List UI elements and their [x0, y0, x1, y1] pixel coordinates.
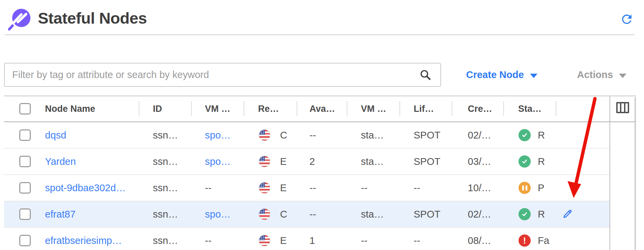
table-body: dqsdssn…spo…C--sta…SPOT02/…RYardenssn…sp…	[4, 122, 610, 250]
vm-cell: --	[205, 182, 211, 194]
created-cell: 02/…	[468, 130, 491, 141]
refresh-icon	[620, 12, 634, 26]
chevron-down-icon	[530, 74, 537, 78]
actions-label: Actions	[577, 69, 613, 80]
column-header[interactable]: Lif…	[414, 104, 434, 114]
table-row[interactable]: dqsdssn…spo…C--sta…SPOT02/…R	[4, 122, 610, 149]
region-cell: E	[280, 235, 286, 246]
id-cell: ssn…	[153, 130, 178, 141]
us-flag-icon	[259, 129, 270, 141]
availability-zone-cell: 2	[309, 156, 315, 167]
region-cell: E	[280, 182, 286, 194]
region-cell: E	[280, 156, 286, 167]
actions-button[interactable]: Actions	[577, 63, 626, 87]
header-divider	[5, 34, 635, 35]
availability-zone-cell: --	[309, 209, 316, 220]
column-separator	[556, 101, 556, 116]
column-separator	[452, 101, 452, 116]
id-cell: ssn…	[153, 209, 178, 220]
lifecycle-cell: --	[414, 182, 420, 194]
region-cell: C	[280, 130, 287, 141]
column-separator	[244, 101, 244, 116]
column-header[interactable]: ID	[153, 104, 162, 114]
vm-cell: --	[205, 235, 211, 246]
spot-logo-icon	[8, 6, 34, 30]
node-name-link[interactable]: efratbseriesimp…	[45, 235, 122, 246]
column-header[interactable]: Cre…	[468, 104, 492, 114]
us-flag-icon	[259, 208, 270, 220]
node-name-link[interactable]: Yarden	[45, 156, 76, 167]
column-header[interactable]: Node Name	[45, 104, 95, 114]
actions-column-divider	[610, 96, 610, 250]
row-checkbox[interactable]	[19, 156, 31, 167]
id-cell: ssn…	[153, 235, 178, 246]
lifecycle-cell: SPOT	[414, 130, 440, 141]
vm-cell[interactable]: spo…	[205, 156, 231, 167]
table-row[interactable]: spot-9dbae302d…ssn…--E------10/…P	[4, 175, 610, 201]
column-separator	[503, 101, 504, 116]
column-separator	[139, 101, 139, 116]
region-cell: C	[280, 209, 287, 220]
row-checkbox[interactable]	[19, 235, 31, 246]
status-cell: Fa	[538, 235, 555, 246]
row-checkbox[interactable]	[19, 182, 31, 194]
refresh-button[interactable]	[620, 12, 634, 26]
vm-state-cell: sta…	[361, 209, 384, 220]
table-row[interactable]: efrat87ssn…spo…C--sta…SPOT02/…R	[4, 201, 610, 228]
lifecycle-cell: --	[414, 235, 420, 246]
node-name-link[interactable]: dqsd	[45, 130, 66, 141]
status-running-icon	[519, 155, 531, 168]
availability-zone-cell: --	[309, 182, 316, 194]
chevron-down-icon	[619, 74, 626, 78]
vm-state-cell: --	[361, 182, 367, 194]
status-running-icon	[519, 129, 531, 141]
lifecycle-cell: SPOT	[414, 209, 440, 220]
create-node-button[interactable]: Create Node	[466, 63, 537, 87]
page-title: Stateful Nodes	[38, 9, 147, 27]
us-flag-icon	[259, 235, 270, 246]
columns-icon	[621, 103, 624, 112]
column-separator	[297, 101, 297, 116]
table-row[interactable]: Yardenssn…spo…E2sta…SPOT03/…R	[4, 149, 610, 175]
column-separator	[191, 101, 192, 116]
column-separator	[399, 101, 400, 116]
create-node-label: Create Node	[466, 69, 524, 80]
column-picker-button[interactable]	[616, 102, 629, 113]
vertical-scrollbar[interactable]	[635, 97, 636, 250]
columns-icon	[618, 103, 620, 112]
filter-input[interactable]	[4, 63, 441, 87]
availability-zone-cell: --	[309, 130, 316, 141]
availability-zone-cell: 1	[309, 235, 315, 246]
column-header[interactable]: VM …	[361, 104, 386, 114]
columns-icon	[625, 103, 628, 112]
created-cell: 02/…	[468, 209, 491, 220]
status-cell: R	[538, 130, 555, 141]
created-cell: 08/…	[468, 235, 491, 246]
vm-cell[interactable]: spo…	[205, 130, 231, 141]
row-checkbox[interactable]	[19, 208, 31, 220]
node-name-link[interactable]: efrat87	[45, 209, 75, 220]
edit-pencil-button[interactable]	[561, 208, 574, 220]
lifecycle-cell: SPOT	[414, 156, 440, 167]
id-cell: ssn…	[153, 156, 178, 167]
status-cell: R	[538, 156, 555, 167]
table-row[interactable]: efratbseriesimp…ssn…--E1----08/…!Fa	[4, 228, 610, 250]
status-failed-icon: !	[519, 234, 531, 247]
column-header[interactable]: Sta…	[518, 104, 542, 114]
status-cell: P	[538, 182, 555, 194]
vm-cell[interactable]: spo…	[205, 209, 231, 220]
select-all-checkbox[interactable]	[19, 103, 31, 115]
column-header[interactable]: VM …	[205, 104, 230, 114]
vm-state-cell: sta…	[361, 130, 384, 141]
id-cell: ssn…	[153, 182, 178, 194]
status-paused-icon	[519, 182, 531, 194]
node-name-link[interactable]: spot-9dbae302d…	[45, 182, 126, 194]
column-header[interactable]: Ava…	[309, 104, 335, 114]
created-cell: 03/…	[468, 156, 491, 167]
column-separator	[347, 101, 347, 116]
created-cell: 10/…	[468, 182, 491, 194]
vm-state-cell: sta…	[361, 156, 384, 167]
column-header[interactable]: Re…	[258, 104, 279, 114]
row-checkbox[interactable]	[19, 129, 31, 141]
vm-state-cell: --	[361, 235, 367, 246]
